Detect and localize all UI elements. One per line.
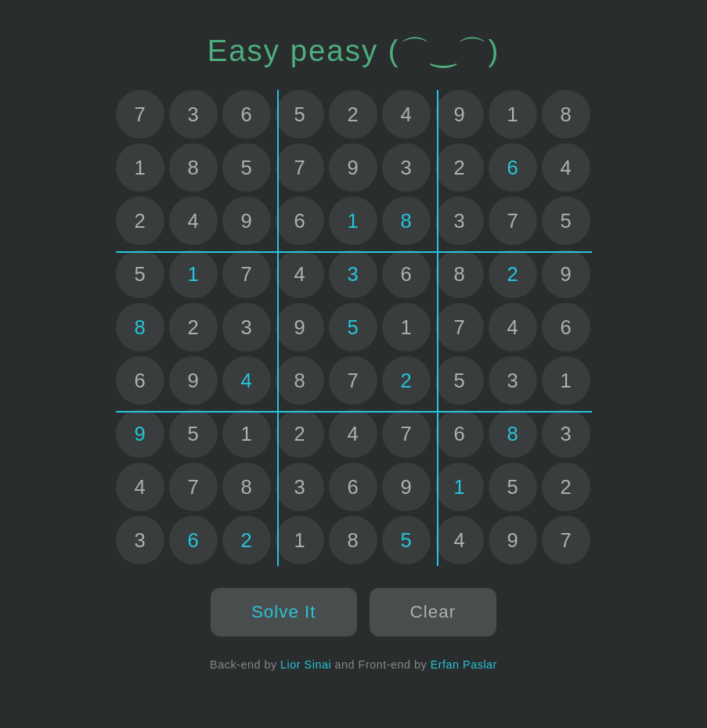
cell-69[interactable]: 1 bbox=[435, 463, 484, 511]
cell-66[interactable]: 3 bbox=[276, 463, 324, 511]
cell-6[interactable]: 9 bbox=[435, 90, 484, 139]
cell-32[interactable]: 6 bbox=[382, 250, 431, 298]
cell-24[interactable]: 3 bbox=[435, 196, 484, 245]
cell-15[interactable]: 2 bbox=[435, 143, 484, 192]
sudoku-wrapper: 7365249181857932642496183755174368298239… bbox=[116, 90, 592, 566]
cell-57[interactable]: 2 bbox=[276, 409, 324, 458]
cell-45[interactable]: 6 bbox=[116, 356, 164, 405]
cell-25[interactable]: 7 bbox=[489, 196, 537, 245]
cell-52[interactable]: 3 bbox=[489, 356, 537, 405]
footer-erfan: Erfan Paslar bbox=[431, 658, 497, 671]
cell-21[interactable]: 6 bbox=[276, 196, 324, 245]
sudoku-grid: 7365249181857932642496183755174368298239… bbox=[116, 90, 592, 566]
cell-62[interactable]: 3 bbox=[542, 409, 590, 458]
cell-22[interactable]: 1 bbox=[329, 196, 377, 245]
footer-text-middle: and Front-end by bbox=[331, 658, 431, 671]
footer: Back-end by Lior Sinai and Front-end by … bbox=[210, 658, 497, 671]
cell-79[interactable]: 9 bbox=[489, 516, 537, 564]
cell-20[interactable]: 9 bbox=[222, 196, 271, 245]
solve-button[interactable]: Solve It bbox=[211, 588, 357, 636]
cell-30[interactable]: 4 bbox=[276, 250, 324, 298]
cell-67[interactable]: 6 bbox=[329, 463, 377, 511]
cell-44[interactable]: 6 bbox=[542, 303, 590, 351]
cell-18[interactable]: 2 bbox=[116, 196, 164, 245]
cell-51[interactable]: 5 bbox=[435, 356, 484, 405]
cell-12[interactable]: 7 bbox=[276, 143, 324, 192]
cell-49[interactable]: 7 bbox=[329, 356, 377, 405]
footer-text-before-lior: Back-end by bbox=[210, 658, 280, 671]
cell-55[interactable]: 5 bbox=[169, 409, 218, 458]
cell-77[interactable]: 5 bbox=[382, 516, 431, 564]
cell-4[interactable]: 2 bbox=[329, 90, 377, 139]
cell-72[interactable]: 3 bbox=[116, 516, 164, 564]
cell-10[interactable]: 8 bbox=[169, 143, 218, 192]
cell-17[interactable]: 4 bbox=[542, 143, 590, 192]
cell-31[interactable]: 3 bbox=[329, 250, 377, 298]
clear-button[interactable]: Clear bbox=[370, 588, 497, 636]
cell-73[interactable]: 6 bbox=[169, 516, 218, 564]
cell-40[interactable]: 5 bbox=[329, 303, 377, 351]
cell-2[interactable]: 6 bbox=[222, 90, 271, 139]
cell-59[interactable]: 7 bbox=[382, 409, 431, 458]
cell-35[interactable]: 9 bbox=[542, 250, 590, 298]
cell-39[interactable]: 9 bbox=[276, 303, 324, 351]
cell-37[interactable]: 2 bbox=[169, 303, 218, 351]
cell-80[interactable]: 7 bbox=[542, 516, 590, 564]
cell-8[interactable]: 8 bbox=[542, 90, 590, 139]
cell-64[interactable]: 7 bbox=[169, 463, 218, 511]
cell-65[interactable]: 8 bbox=[222, 463, 271, 511]
cell-47[interactable]: 4 bbox=[222, 356, 271, 405]
cell-78[interactable]: 4 bbox=[435, 516, 484, 564]
cell-42[interactable]: 7 bbox=[435, 303, 484, 351]
cell-11[interactable]: 5 bbox=[222, 143, 271, 192]
cell-70[interactable]: 5 bbox=[489, 463, 537, 511]
cell-71[interactable]: 2 bbox=[542, 463, 590, 511]
cell-33[interactable]: 8 bbox=[435, 250, 484, 298]
cell-27[interactable]: 5 bbox=[116, 250, 164, 298]
cell-38[interactable]: 3 bbox=[222, 303, 271, 351]
cell-34[interactable]: 2 bbox=[489, 250, 537, 298]
cell-76[interactable]: 8 bbox=[329, 516, 377, 564]
cell-50[interactable]: 2 bbox=[382, 356, 431, 405]
cell-16[interactable]: 6 bbox=[489, 143, 537, 192]
cell-23[interactable]: 8 bbox=[382, 196, 431, 245]
box-line-v2 bbox=[437, 90, 438, 566]
cell-28[interactable]: 1 bbox=[169, 250, 218, 298]
page-title: Easy peasy (⌒‿⌒) bbox=[207, 31, 500, 71]
cell-75[interactable]: 1 bbox=[276, 516, 324, 564]
cell-19[interactable]: 4 bbox=[169, 196, 218, 245]
cell-0[interactable]: 7 bbox=[116, 90, 164, 139]
box-line-h1 bbox=[116, 251, 592, 253]
cell-13[interactable]: 9 bbox=[329, 143, 377, 192]
cell-60[interactable]: 6 bbox=[435, 409, 484, 458]
cell-9[interactable]: 1 bbox=[116, 143, 164, 192]
cell-46[interactable]: 9 bbox=[169, 356, 218, 405]
cell-56[interactable]: 1 bbox=[222, 409, 271, 458]
cell-41[interactable]: 1 bbox=[382, 303, 431, 351]
cell-36[interactable]: 8 bbox=[116, 303, 164, 351]
footer-lior: Lior Sinai bbox=[280, 658, 331, 671]
cell-68[interactable]: 9 bbox=[382, 463, 431, 511]
cell-43[interactable]: 4 bbox=[489, 303, 537, 351]
cell-74[interactable]: 2 bbox=[222, 516, 271, 564]
buttons-row: Solve It Clear bbox=[211, 588, 496, 636]
box-line-v1 bbox=[277, 90, 279, 566]
cell-26[interactable]: 5 bbox=[542, 196, 590, 245]
cell-61[interactable]: 8 bbox=[489, 409, 537, 458]
cell-53[interactable]: 1 bbox=[542, 356, 590, 405]
cell-54[interactable]: 9 bbox=[116, 409, 164, 458]
cell-14[interactable]: 3 bbox=[382, 143, 431, 192]
cell-29[interactable]: 7 bbox=[222, 250, 271, 298]
cell-5[interactable]: 4 bbox=[382, 90, 431, 139]
cell-48[interactable]: 8 bbox=[276, 356, 324, 405]
cell-3[interactable]: 5 bbox=[276, 90, 324, 139]
cell-1[interactable]: 3 bbox=[169, 90, 218, 139]
cell-7[interactable]: 1 bbox=[489, 90, 537, 139]
box-line-h2 bbox=[116, 411, 592, 413]
cell-58[interactable]: 4 bbox=[329, 409, 377, 458]
cell-63[interactable]: 4 bbox=[116, 463, 164, 511]
